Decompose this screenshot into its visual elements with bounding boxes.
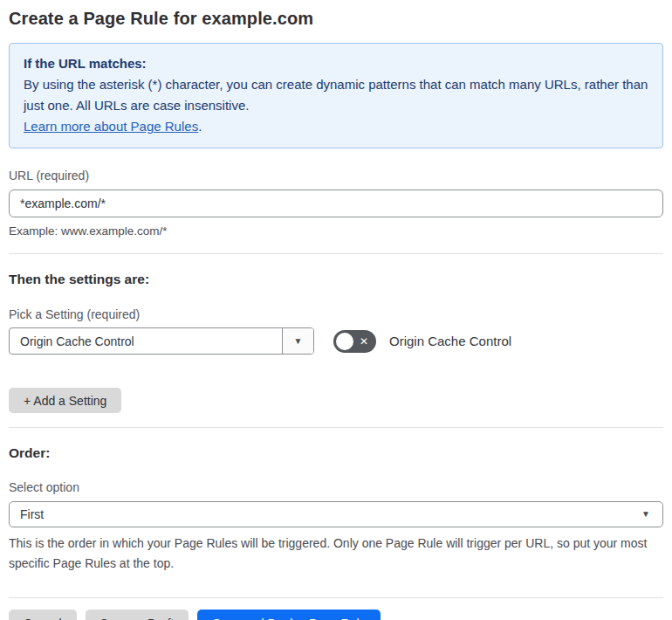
url-field-label: URL (required) (9, 169, 663, 183)
chevron-down-icon: ▼ (641, 510, 650, 519)
cancel-button[interactable]: Cancel (9, 610, 77, 620)
setting-select-value: Origin Cache Control (10, 328, 282, 354)
info-box-body: By using the asterisk (*) character, you… (24, 74, 648, 116)
settings-section-heading: Then the settings are: (9, 272, 663, 287)
setting-select-arrow-button[interactable]: ▼ (282, 328, 313, 354)
setting-picker-label: Pick a Setting (required) (9, 307, 663, 321)
chevron-down-icon: ▼ (294, 337, 303, 346)
order-section-heading: Order: (9, 445, 663, 461)
save-and-deploy-button[interactable]: Save and Deploy Page Rule (197, 610, 381, 620)
setting-select[interactable]: Origin Cache Control ▼ (9, 327, 314, 355)
setting-picker-row: Origin Cache Control ▼ ✕ Origin Cache Co… (9, 327, 663, 355)
url-example-helper: Example: www.example.com/* (9, 224, 663, 238)
info-box-link-line: Learn more about Page Rules. (24, 116, 648, 137)
divider (9, 253, 663, 254)
toggle-knob (336, 333, 353, 350)
page-title: Create a Page Rule for example.com (9, 9, 663, 29)
url-input[interactable] (9, 189, 663, 217)
footer-actions: Cancel Save as Draft Save and Deploy Pag… (9, 610, 663, 620)
save-as-draft-button[interactable]: Save as Draft (86, 610, 189, 620)
toggle-off-x-icon: ✕ (360, 335, 368, 346)
divider (9, 427, 663, 428)
order-select-label: Select option (9, 480, 663, 494)
origin-cache-control-toggle[interactable]: ✕ (333, 330, 376, 353)
order-select-value: First (20, 507, 641, 521)
toggle-label: Origin Cache Control (389, 334, 511, 348)
learn-more-link[interactable]: Learn more about Page Rules (24, 119, 198, 134)
order-helper-text: This is the order in which your Page Rul… (9, 534, 663, 574)
order-select[interactable]: First ▼ (9, 501, 663, 527)
link-period: . (198, 119, 202, 134)
url-match-info-box: If the URL matches: By using the asteris… (9, 43, 663, 148)
add-setting-button[interactable]: + Add a Setting (9, 388, 121, 413)
info-box-heading: If the URL matches: (24, 53, 648, 74)
divider (9, 597, 663, 598)
